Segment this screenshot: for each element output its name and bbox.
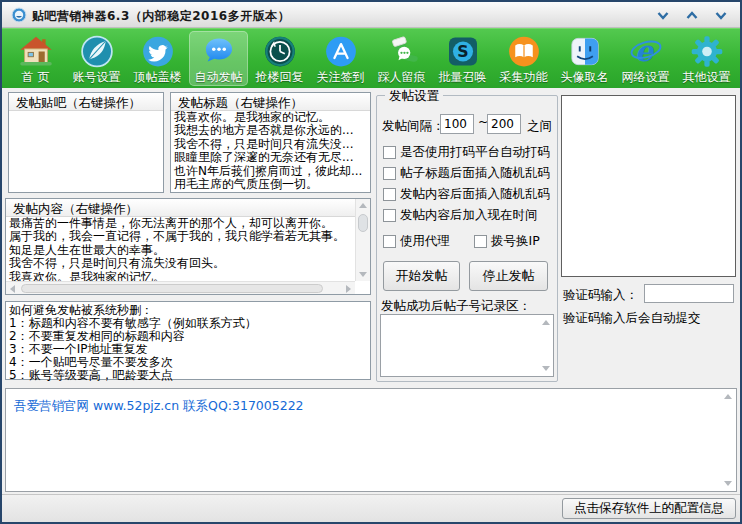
checkbox-box: [383, 146, 396, 159]
tieba-list-body[interactable]: [9, 111, 163, 192]
record-label: 发帖成功后帖子号记录区：: [381, 298, 531, 315]
toolbar-item-other-settings[interactable]: 其他设置: [677, 31, 736, 86]
group-legend: 发帖设置: [385, 88, 443, 105]
scroll-up-icon[interactable]: [542, 320, 550, 325]
toolbar-item-home[interactable]: 首 页: [6, 31, 65, 86]
app-icon: [11, 7, 27, 23]
content-line: 我舍不得，只是时间只有流失没有回头。: [6, 257, 355, 270]
toolbar-item-floor-reply[interactable]: 抢楼回复: [250, 31, 309, 86]
toolbar-item-top-post[interactable]: 顶帖盖楼: [128, 31, 187, 86]
toolbar-item-collect[interactable]: 采集功能: [494, 31, 553, 86]
minimize-button[interactable]: [654, 7, 672, 23]
window-controls: [654, 7, 730, 23]
log-area[interactable]: 吾爱营销官网 www.52pjz.cn 联系QQ:317005222: [5, 388, 737, 492]
list-item[interactable]: 我舍不得，只是时间只有流失没...: [171, 138, 370, 151]
restore-button[interactable]: [683, 7, 701, 23]
home-icon: [17, 34, 55, 69]
checkbox-label: 使用代理: [400, 233, 450, 250]
scroll-left-icon[interactable]: [10, 285, 15, 293]
checkbox-content-random[interactable]: 发帖内容后面插入随机乱码: [383, 186, 550, 203]
list-item[interactable]: 我喜欢你。是我独家的记忆。: [171, 111, 370, 124]
scroll-down-icon[interactable]: [724, 481, 732, 486]
checkbox-use-proxy[interactable]: 使用代理: [383, 233, 450, 250]
toolbar-item-label: 首 页: [22, 69, 50, 86]
checkbox-box: [383, 209, 396, 222]
toolbar-item-label: 关注签到: [317, 69, 365, 86]
checkbox-box: [474, 235, 487, 248]
main-toolbar: 首 页 账号设置 顶帖盖楼 自: [2, 28, 740, 88]
captcha-input[interactable]: [644, 284, 734, 303]
scroll-right-icon[interactable]: [346, 285, 351, 293]
vertical-scrollbar[interactable]: [355, 199, 370, 281]
captcha-image-area: [561, 95, 736, 277]
toolbar-item-label: 踩人留痕: [378, 69, 426, 86]
toolbar-item-label: 账号设置: [73, 69, 121, 86]
interval-max-input[interactable]: [487, 114, 521, 134]
toolbar-item-label: 顶帖盖楼: [134, 69, 182, 86]
checkbox-label: 帖子标题后面插入随机乱码: [400, 165, 550, 182]
status-bar: 点击保存软件上的配置信息: [2, 494, 740, 522]
list-item[interactable]: 也许N年后莪们擦肩而过，彼此却...: [171, 165, 370, 178]
tieba-listbox: 发帖贴吧（右键操作）: [8, 92, 164, 193]
chat-bubble-icon: [200, 34, 238, 69]
interval-suffix: 之间: [527, 118, 552, 135]
title-listbox: 发帖标题（右键操作） 我喜欢你。是我独家的记忆。 我想去的地方是否就是你永远的.…: [170, 92, 371, 193]
post-settings-group: 发帖设置 发帖间隔： ~ 之间 是否使用打码平台自动打码 帖子标题后面插入随机乱…: [376, 95, 558, 382]
checkbox-box: [383, 188, 396, 201]
chevron-up-icon: [686, 11, 698, 20]
chevron-down-icon: [657, 11, 669, 20]
tips-box: 如何避免发帖被系统秒删： 1：标题和内容不要有敏感字（例如联系方式） 2：不要重…: [5, 301, 371, 380]
close-button[interactable]: [712, 7, 730, 23]
scrollbar-thumb[interactable]: [21, 284, 323, 293]
start-post-button[interactable]: 开始发帖: [383, 261, 460, 291]
horizontal-scrollbar[interactable]: [6, 281, 355, 294]
toolbar-item-avatar-name[interactable]: 头像取名: [555, 31, 614, 86]
content-line: 最痛苦的一件事情是，你无法离开的那个人，却可以离开你。: [6, 217, 355, 230]
save-config-button[interactable]: 点击保存软件上的配置信息: [562, 498, 736, 519]
stocking-icon: [383, 34, 421, 69]
scrollbar-thumb[interactable]: [358, 214, 368, 232]
official-site-link[interactable]: 吾爱营销官网 www.52pjz.cn 联系QQ:317005222: [14, 398, 304, 415]
app-window: 贴吧营销神器6.3（内部稳定2016多开版本） 首 页: [0, 0, 742, 524]
list-item[interactable]: 我想去的地方是否就是你永远的...: [171, 124, 370, 137]
toolbar-item-network-settings[interactable]: e 网络设置: [616, 31, 675, 86]
title-list-body[interactable]: 我喜欢你。是我独家的记忆。 我想去的地方是否就是你永远的... 我舍不得，只是时…: [171, 111, 370, 192]
content-textarea[interactable]: 最痛苦的一件事情是，你无法离开的那个人，却可以离开你。 属于我的，我会一直记得，…: [6, 217, 355, 281]
chevron-down-icon: [715, 11, 727, 20]
time-machine-icon: [261, 34, 299, 69]
checkbox-title-random[interactable]: 帖子标题后面插入随机乱码: [383, 165, 550, 182]
scroll-down-icon[interactable]: [359, 272, 367, 277]
list-item[interactable]: 眼瞳里除了深邃的无奈还有无尽...: [171, 151, 370, 164]
toolbar-item-visit-trace[interactable]: 踩人留痕: [372, 31, 431, 86]
post-record-area[interactable]: [380, 314, 554, 377]
toolbar-item-label: 自动发帖: [195, 69, 243, 86]
tieba-list-header: 发帖贴吧（右键操作）: [9, 93, 163, 111]
checkbox-append-time[interactable]: 发帖内容后加入现在时间: [383, 207, 538, 224]
bird-icon: [139, 34, 177, 69]
checkbox-label: 是否使用打码平台自动打码: [400, 144, 550, 161]
stop-post-button[interactable]: 停止发帖: [469, 261, 548, 291]
checkbox-box: [383, 167, 396, 180]
checkbox-label: 发帖内容后加入现在时间: [400, 207, 538, 224]
svg-text:e: e: [634, 34, 654, 68]
scroll-down-icon[interactable]: [542, 366, 550, 371]
toolbar-item-label: 网络设置: [622, 69, 670, 86]
list-item[interactable]: 用毛主席的气质压倒一切。: [171, 178, 370, 191]
scroll-up-icon[interactable]: [724, 394, 732, 399]
toolbar-item-label: 采集功能: [500, 69, 548, 86]
captcha-hint: 验证码输入后会自动提交: [563, 310, 701, 327]
toolbar-item-account-settings[interactable]: 账号设置: [67, 31, 126, 86]
scroll-up-icon[interactable]: [359, 203, 367, 208]
interval-min-input[interactable]: [440, 114, 474, 134]
checkbox-dial-ip[interactable]: 拨号换IP: [474, 233, 540, 250]
checkbox-auto-captcha[interactable]: 是否使用打码平台自动打码: [383, 144, 550, 161]
title-bar[interactable]: 贴吧营销神器6.3（内部稳定2016多开版本）: [2, 2, 740, 28]
toolbar-item-label: 抢楼回复: [256, 69, 304, 86]
toolbar-item-follow-checkin[interactable]: 关注签到: [311, 31, 370, 86]
toolbar-item-auto-post[interactable]: 自动发帖: [189, 31, 248, 86]
toolbar-item-batch-summon[interactable]: S 批量召唤: [433, 31, 492, 86]
svg-text:S: S: [457, 42, 468, 61]
interval-label: 发帖间隔：: [382, 118, 445, 135]
app-store-icon: [322, 34, 360, 69]
skype-icon: S: [444, 34, 482, 69]
